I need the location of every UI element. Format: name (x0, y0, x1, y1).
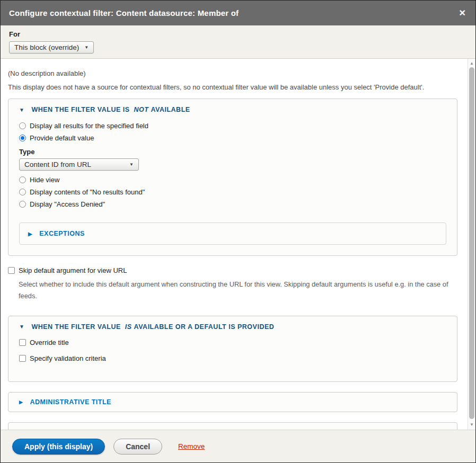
configure-contextual-filter-dialog: Configure contextual filter: Content dat… (0, 0, 476, 463)
radio-label-all-results[interactable]: Display all results for the specified fi… (30, 122, 148, 130)
scroll-up-icon[interactable]: ▲ (468, 60, 475, 67)
checkbox-row-validation-criteria: Specify validation criteria (19, 354, 446, 362)
radio-row-no-results: Display contents of "No results found" (19, 188, 446, 196)
dropdown-arrow-icon: ▼ (129, 162, 134, 167)
legend-text-emphasis: IS (125, 323, 132, 331)
radio-label-hide-view[interactable]: Hide view (30, 176, 59, 184)
dialog-body: (No description available) This display … (1, 59, 475, 430)
skip-default-description: Select whether to include this default a… (19, 279, 459, 302)
radio-row-hide-view: Hide view (19, 176, 446, 184)
fieldset-filter-not-available: ▼ WHEN THE FILTER VALUE IS NOT AVAILABLE… (8, 99, 457, 256)
override-title-label[interactable]: Override title (30, 339, 69, 346)
radio-row-provide-default: Provide default value (19, 134, 446, 142)
checkbox-skip-default[interactable] (8, 267, 15, 274)
expanded-triangle-icon: ▼ (19, 324, 24, 330)
skip-default-label[interactable]: Skip default argument for view URL (19, 266, 127, 274)
fieldset-filter-available: ▼ WHEN THE FILTER VALUE IS AVAILABLE OR … (8, 316, 457, 382)
radio-no-results[interactable] (19, 189, 26, 195)
display-source-note: This display does not have a source for … (8, 83, 459, 91)
more-legend-text: MORE (30, 429, 51, 430)
close-icon[interactable]: ✕ (458, 7, 467, 20)
expanded-triangle-icon: ▼ (19, 107, 24, 113)
checkbox-override-title[interactable] (19, 339, 26, 346)
cancel-button[interactable]: Cancel (113, 439, 162, 455)
radio-row-access-denied: Display "Access Denied" (19, 200, 446, 208)
validation-criteria-label[interactable]: Specify validation criteria (30, 354, 106, 362)
legend-text-prefix: WHEN THE FILTER VALUE (31, 323, 120, 331)
fieldset-exceptions: ▶ EXCEPTIONS (19, 222, 446, 245)
radio-display-all-results[interactable] (19, 122, 26, 129)
for-display-select[interactable]: This block (override) ▼ (9, 41, 94, 54)
radio-label-provide-default[interactable]: Provide default value (30, 134, 94, 142)
collapsed-triangle-icon: ▶ (28, 231, 32, 237)
radio-row-all-results: Display all results for the specified fi… (19, 122, 446, 130)
radio-access-denied[interactable] (19, 201, 26, 208)
exceptions-legend-text: EXCEPTIONS (39, 230, 85, 237)
dialog-titlebar: Configure contextual filter: Content dat… (1, 1, 475, 25)
no-description-text: (No description available) (8, 69, 459, 77)
scroll-down-icon[interactable]: ▼ (468, 421, 475, 429)
legend-text-emphasis: NOT (134, 106, 149, 113)
fieldset-available-legend[interactable]: ▼ WHEN THE FILTER VALUE IS AVAILABLE OR … (19, 323, 446, 331)
radio-label-access-denied[interactable]: Display "Access Denied" (30, 200, 105, 208)
admin-title-legend-text: ADMINISTRATIVE TITLE (30, 398, 111, 406)
fieldset-more: ▶ MORE (8, 422, 457, 430)
checkbox-validation-criteria[interactable] (19, 355, 26, 362)
for-section: For This block (override) ▼ (1, 25, 475, 59)
vertical-scrollbar[interactable]: ▲ ▼ (468, 59, 475, 430)
remove-link[interactable]: Remove (178, 442, 205, 450)
radio-label-no-results[interactable]: Display contents of "No results found" (30, 188, 145, 196)
fieldset-not-available-legend[interactable]: ▼ WHEN THE FILTER VALUE IS NOT AVAILABLE (19, 106, 446, 113)
fieldset-admin-title-legend[interactable]: ▶ ADMINISTRATIVE TITLE (19, 398, 446, 406)
fieldset-exceptions-legend[interactable]: ▶ EXCEPTIONS (28, 230, 437, 237)
checkbox-row-override-title: Override title (19, 339, 446, 346)
dialog-body-content: (No description available) This display … (1, 59, 475, 430)
for-label: For (9, 30, 467, 38)
skip-default-row: Skip default argument for view URL (8, 266, 459, 274)
apply-button[interactable]: Apply (this display) (12, 439, 105, 455)
collapsed-triangle-icon: ▶ (19, 399, 23, 405)
radio-provide-default[interactable] (19, 135, 26, 141)
legend-text-suffix: AVAILABLE OR A DEFAULT IS PROVIDED (134, 323, 275, 331)
for-select-value: This block (override) (14, 43, 79, 51)
legend-text-suffix: AVAILABLE (151, 106, 190, 113)
scrollbar-thumb[interactable] (469, 67, 474, 419)
dropdown-arrow-icon: ▼ (84, 45, 89, 50)
dialog-title: Configure contextual filter: Content dat… (9, 8, 458, 17)
dialog-footer: Apply (this display) Cancel Remove (1, 430, 475, 462)
fieldset-administrative-title: ▶ ADMINISTRATIVE TITLE (8, 392, 457, 412)
default-type-select[interactable]: Content ID from URL ▼ (19, 158, 139, 171)
default-action-options: Display all results for the specified fi… (19, 122, 446, 208)
type-select-value: Content ID from URL (24, 161, 91, 168)
radio-hide-view[interactable] (19, 176, 26, 183)
type-label: Type (19, 148, 446, 156)
legend-text-prefix: WHEN THE FILTER VALUE IS (31, 106, 129, 113)
fieldset-more-legend[interactable]: ▶ MORE (19, 429, 446, 430)
